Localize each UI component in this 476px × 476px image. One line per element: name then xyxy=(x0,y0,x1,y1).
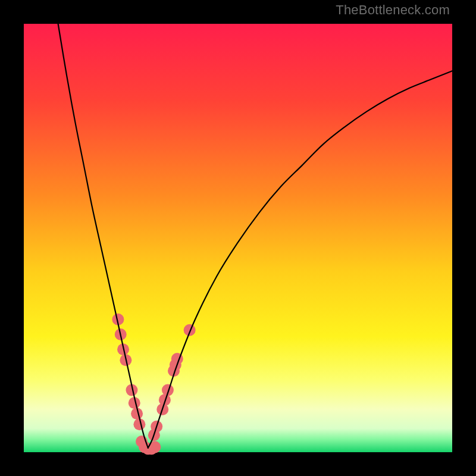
plot-area xyxy=(24,24,452,452)
data-marker xyxy=(184,324,196,336)
curve-right-branch xyxy=(148,71,452,448)
curve-left-branch xyxy=(58,24,148,448)
chart-svg xyxy=(24,24,452,452)
watermark-label: TheBottleneck.com xyxy=(336,2,450,18)
chart-frame: TheBottleneck.com xyxy=(0,0,476,476)
